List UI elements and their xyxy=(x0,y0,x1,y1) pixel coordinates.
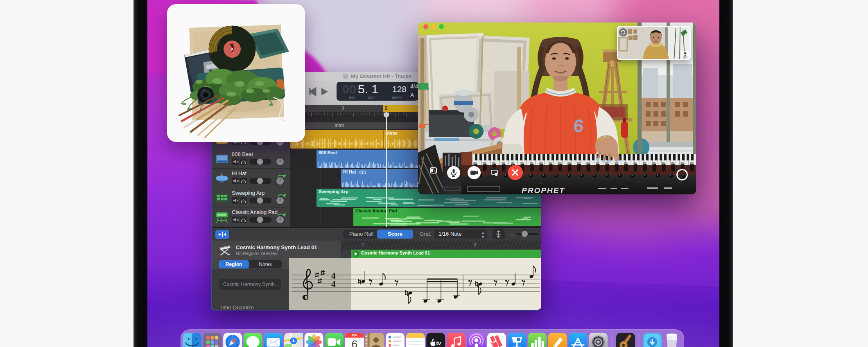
svg-text:tv: tv xyxy=(436,340,441,346)
svg-text:4: 4 xyxy=(331,279,336,289)
svg-text:PROPHET: PROPHET xyxy=(522,186,565,194)
svg-text:6: 6 xyxy=(572,115,584,136)
svg-text:JUN: JUN xyxy=(352,334,358,337)
svg-text:6: 6 xyxy=(352,338,357,347)
